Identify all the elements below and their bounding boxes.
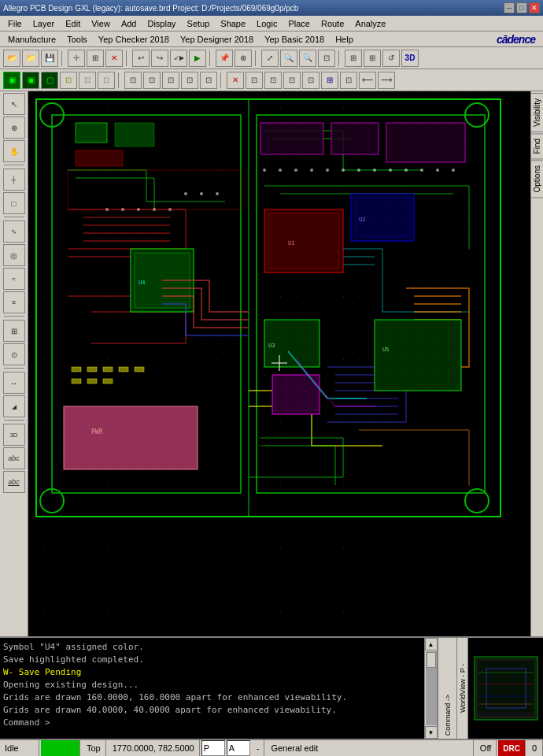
menu-view[interactable]: View — [87, 17, 115, 30]
tb-zoom-out[interactable]: 🔍 — [299, 50, 316, 67]
menu-manufacture[interactable]: Manufacture — [3, 33, 61, 46]
menu-analyze[interactable]: Analyze — [350, 17, 390, 30]
menu-place[interactable]: Place — [283, 17, 315, 30]
lt-add-rect[interactable]: □ — [3, 192, 25, 214]
tb-target[interactable]: ⊕ — [235, 50, 252, 67]
tb2-cross[interactable]: ✕ — [227, 72, 244, 89]
tb-pin[interactable]: 📌 — [216, 50, 233, 67]
svg-point-50 — [326, 169, 329, 172]
worldview-display — [468, 638, 543, 739]
tb2-1[interactable]: ▣ — [3, 72, 20, 89]
lt-zoom[interactable]: ⊕ — [3, 117, 25, 139]
tb2-13[interactable]: ⊡ — [264, 72, 282, 89]
menu-logic[interactable]: Logic — [252, 17, 282, 30]
lt-pan[interactable]: ✋ — [3, 140, 25, 162]
lt-via[interactable]: ◎ — [3, 244, 25, 266]
lt-bus[interactable]: ≡ — [3, 291, 25, 313]
lt-select[interactable]: ↖ — [3, 93, 25, 115]
menu-add[interactable]: Add — [116, 17, 142, 30]
tb2-10[interactable]: ⊡ — [181, 72, 198, 89]
tb-grid2[interactable]: ⊞ — [364, 50, 381, 67]
lt-diff[interactable]: ≈ — [3, 268, 25, 290]
tab-options[interactable]: Options — [530, 160, 543, 198]
lt-route[interactable]: ∿ — [3, 220, 25, 243]
menu-setup[interactable]: Setup — [183, 17, 215, 30]
scroll-down-button[interactable]: ▼ — [425, 726, 438, 739]
status-drc[interactable]: DRC — [498, 740, 526, 756]
tab-find[interactable]: Find — [530, 133, 543, 159]
status-layer[interactable]: Top — [82, 740, 106, 756]
tb2-9[interactable]: ⊡ — [162, 72, 179, 89]
menu-yep-checker[interactable]: Yep Checker 2018 — [94, 33, 174, 46]
menu-layer[interactable]: Layer — [28, 17, 60, 30]
status-count: 0 — [527, 740, 543, 756]
lt-text2[interactable]: abc — [3, 471, 25, 493]
tb-zoom-fit[interactable]: ⤢ — [261, 50, 279, 67]
tb-zoom-area[interactable]: ⊡ — [318, 50, 335, 67]
tb2-15[interactable]: ⊡ — [302, 72, 320, 89]
tb-run[interactable]: ▶ — [189, 50, 206, 67]
tab-visibility[interactable]: Visibility — [530, 93, 543, 132]
lt-sep2 — [4, 217, 24, 218]
menu-display[interactable]: Display — [142, 17, 180, 30]
tb2-16[interactable]: ⊞ — [321, 72, 338, 89]
pcb-canvas[interactable]: U4 U1 U2 U3 U5 PWR — [28, 91, 530, 636]
lt-3d[interactable]: 3D — [3, 424, 25, 446]
menu-file[interactable]: File — [3, 17, 27, 30]
lt-text1[interactable]: abc — [3, 447, 25, 469]
menu-tools[interactable]: Tools — [62, 33, 92, 46]
tb-redo[interactable]: ↪ — [151, 50, 168, 67]
menu-route[interactable]: Route — [316, 17, 349, 30]
tb-grid[interactable]: ⊞ — [345, 50, 362, 67]
tb-copy[interactable]: ⊞ — [87, 50, 104, 67]
menu-yep-basic[interactable]: Yep Basic 2018 — [260, 33, 329, 46]
svg-rect-32 — [103, 367, 113, 372]
tb2-3[interactable]: ▢ — [41, 72, 58, 89]
tb-save[interactable]: 💾 — [41, 50, 58, 67]
tb-open[interactable]: 📁 — [22, 50, 39, 67]
tb2-6[interactable]: ⊡ — [98, 72, 115, 89]
close-button[interactable]: ✕ — [529, 2, 540, 13]
menu-yep-designer[interactable]: Yep Designer 2018 — [175, 33, 258, 46]
tb2-7[interactable]: ⊡ — [124, 72, 142, 89]
lt-ruler[interactable]: ◢ — [3, 395, 25, 417]
tb-zoom-in[interactable]: 🔍 — [280, 50, 297, 67]
tb-undo2[interactable]: ↙▶ — [170, 50, 187, 67]
tb2-11[interactable]: ⊡ — [200, 72, 217, 89]
tb2-12[interactable]: ⊡ — [246, 72, 263, 89]
scroll-up-button[interactable]: ▲ — [425, 638, 438, 650]
svg-point-49 — [310, 169, 313, 172]
svg-text:U5: U5 — [382, 346, 389, 353]
tb-cut[interactable]: ✛ — [68, 50, 85, 67]
tb2-8[interactable]: ⊡ — [143, 72, 161, 89]
tb-3d[interactable]: 3D — [401, 50, 419, 67]
titlebar: Allegro PCB Design GXL (legacy): autosav… — [0, 0, 543, 16]
tb2-5[interactable]: ⊡ — [79, 72, 96, 89]
menu-edit[interactable]: Edit — [61, 17, 85, 30]
status-flag1[interactable]: P — [201, 740, 225, 756]
tb-refresh[interactable]: ↺ — [382, 50, 400, 67]
lt-add-line[interactable]: ┼ — [3, 169, 25, 191]
menubar2: Manufacture Tools Yep Checker 2018 Yep D… — [0, 32, 543, 47]
menu-shape[interactable]: Shape — [216, 17, 250, 30]
scroll-thumb[interactable] — [427, 652, 436, 668]
tb2-4[interactable]: ⊡ — [60, 72, 77, 89]
tb2-2[interactable]: ▣ — [22, 72, 39, 89]
maximize-button[interactable]: □ — [516, 2, 527, 13]
tb2-14[interactable]: ⊡ — [283, 72, 301, 89]
lt-component[interactable]: ⊞ — [3, 320, 25, 342]
minimize-button[interactable]: ─ — [504, 2, 515, 13]
lt-pin[interactable]: ⊙ — [3, 343, 25, 365]
tb-undo[interactable]: ↩ — [132, 50, 150, 67]
console-output[interactable]: Symbol "U4" assigned color. Save highlig… — [0, 638, 425, 739]
tb2-arr1[interactable]: ⟵ — [359, 72, 376, 89]
lt-measure[interactable]: ↔ — [3, 372, 25, 394]
tb-paste[interactable]: ✕ — [105, 50, 123, 67]
status-flag2[interactable]: A — [227, 740, 250, 756]
toolbar2: ▣ ▣ ▢ ⊡ ⊡ ⊡ ⊡ ⊡ ⊡ ⊡ ⊡ ✕ ⊡ ⊡ ⊡ ⊡ ⊞ ⊡ ⟵ ⟶ — [0, 69, 543, 91]
menu-help[interactable]: Help — [331, 33, 358, 46]
tb-new[interactable]: 📂 — [3, 50, 20, 67]
tb2-17[interactable]: ⊡ — [340, 72, 357, 89]
lt-sep1 — [4, 165, 24, 166]
tb2-arr2[interactable]: ⟶ — [378, 72, 395, 89]
